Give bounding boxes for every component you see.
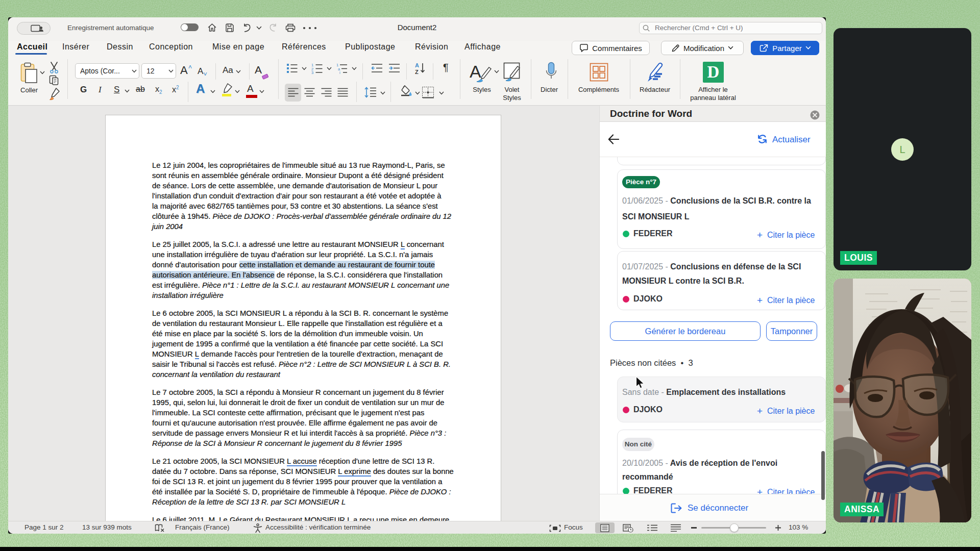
svg-text:3: 3 <box>311 70 313 74</box>
svg-text:Z: Z <box>415 69 419 74</box>
svg-text:A: A <box>470 62 481 81</box>
svg-text:i: i <box>339 70 340 74</box>
svg-text:A: A <box>415 62 419 68</box>
